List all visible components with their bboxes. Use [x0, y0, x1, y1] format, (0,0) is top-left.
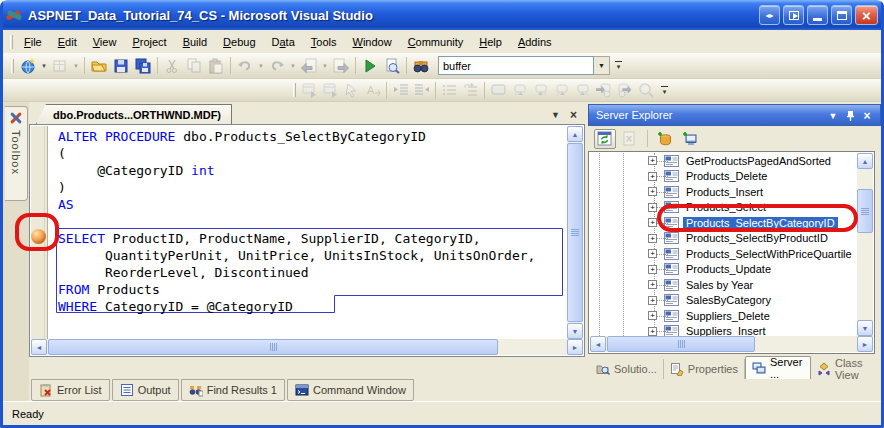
- expand-icon[interactable]: +: [648, 187, 657, 196]
- tree-item-Products_SelectByProductID[interactable]: +Products_SelectByProductID: [590, 231, 857, 247]
- open-file-button[interactable]: [88, 55, 110, 77]
- show-diagram-pane-button[interactable]: [299, 80, 320, 100]
- expand-icon[interactable]: +: [648, 218, 657, 227]
- expand-icon[interactable]: +: [648, 311, 657, 320]
- scroll-right-button[interactable]: ►: [567, 339, 583, 355]
- maximize-button[interactable]: [831, 5, 852, 25]
- close-button[interactable]: ×: [855, 5, 878, 25]
- navigate-backward-button-dropdown[interactable]: ▾: [320, 62, 330, 70]
- expand-icon[interactable]: +: [648, 280, 657, 289]
- menu-debug[interactable]: Debug: [215, 32, 263, 52]
- expand-icon[interactable]: +: [648, 172, 657, 181]
- pointer-tool-button[interactable]: [341, 80, 362, 100]
- popout-window-button[interactable]: [783, 5, 804, 25]
- expand-icon[interactable]: +: [648, 203, 657, 212]
- tab-find-results[interactable]: Find Results 1: [181, 379, 285, 401]
- send-backward-button[interactable]: [509, 80, 530, 100]
- toolbar-grip[interactable]: [293, 83, 296, 97]
- tree-item-SalesByCategory[interactable]: +SalesByCategory: [590, 293, 857, 309]
- scroll-thumb[interactable]: [567, 143, 583, 322]
- navigate-backward-button[interactable]: [298, 55, 320, 77]
- new-website-button[interactable]: [17, 55, 39, 77]
- scroll-down-button[interactable]: ▼: [857, 320, 873, 336]
- scroll-thumb[interactable]: [857, 189, 873, 233]
- refresh-button[interactable]: [594, 129, 616, 149]
- copy-button[interactable]: [183, 55, 205, 77]
- toolbar-grip[interactable]: [11, 59, 14, 73]
- scroll-thumb[interactable]: [48, 339, 498, 355]
- increase-indent-button[interactable]: [411, 80, 432, 100]
- menu-grip[interactable]: [10, 35, 13, 49]
- decrease-indent-button[interactable]: [390, 80, 411, 100]
- scroll-up-button[interactable]: ▲: [857, 153, 873, 169]
- pan-window-button[interactable]: ◂▸: [759, 5, 780, 25]
- import-shape-button[interactable]: [593, 80, 614, 100]
- tab-properties[interactable]: Properties: [664, 359, 745, 379]
- search-dropdown-button[interactable]: ▼: [594, 56, 610, 75]
- menu-help[interactable]: Help: [471, 32, 510, 52]
- document-tab[interactable]: dbo.Products...ORTHWND.MDF): [36, 104, 232, 124]
- menu-community[interactable]: Community: [400, 32, 472, 52]
- server-explorer-title-bar[interactable]: Server Explorer ▼ ×: [588, 104, 881, 126]
- tree-item-Suppliers_Delete[interactable]: +Suppliers_Delete: [590, 308, 857, 324]
- document-close-button[interactable]: ×: [566, 107, 581, 122]
- cut-button[interactable]: [161, 55, 183, 77]
- menu-file[interactable]: File: [16, 32, 50, 52]
- zoom-shape-button[interactable]: [635, 80, 656, 100]
- connect-server-button[interactable]: [679, 129, 701, 149]
- save-all-button[interactable]: [132, 55, 154, 77]
- export-shape-button[interactable]: [614, 80, 635, 100]
- bring-to-front-button[interactable]: [572, 80, 593, 100]
- undo-button[interactable]: [234, 55, 256, 77]
- stop-refresh-button[interactable]: [619, 129, 641, 149]
- menu-project[interactable]: Project: [124, 32, 174, 52]
- search-input[interactable]: [438, 56, 594, 75]
- add-new-item-button[interactable]: [49, 55, 71, 77]
- tab-solution-explorer[interactable]: Solutio...: [590, 359, 664, 379]
- tree-item-Products_Select[interactable]: +Products_Select: [590, 200, 857, 216]
- menu-build[interactable]: Build: [175, 32, 215, 52]
- tree-item-Products_Insert[interactable]: +Products_Insert: [590, 184, 857, 200]
- tree-item-Products_Update[interactable]: +Products_Update: [590, 262, 857, 278]
- menu-window[interactable]: Window: [344, 32, 399, 52]
- sql-code[interactable]: ALTER PROCEDURE dbo.Products_SelectByCat…: [58, 128, 535, 315]
- expand-icon[interactable]: +: [648, 265, 657, 274]
- menu-data[interactable]: Data: [264, 32, 303, 52]
- tree-item-Suppliers_Insert[interactable]: +Suppliers_Insert: [590, 324, 857, 337]
- navigate-forward-button[interactable]: [330, 55, 352, 77]
- tree-item-GetProductsPagedAndSorted[interactable]: +GetProductsPagedAndSorted: [590, 153, 857, 169]
- find-in-files-button[interactable]: [410, 55, 432, 77]
- tab-error-list[interactable]: Error List: [31, 379, 110, 401]
- title-bar[interactable]: ASPNET_Data_Tutorial_74_CS - Microsoft V…: [0, 0, 884, 30]
- menu-view[interactable]: View: [85, 32, 125, 52]
- toolbar-overflow-button[interactable]: ▾: [661, 86, 668, 95]
- expand-icon[interactable]: +: [648, 234, 657, 243]
- toolbar-overflow-button[interactable]: ▾: [615, 61, 622, 70]
- toolbox-tab[interactable]: Toolbox: [5, 106, 28, 201]
- scroll-right-button[interactable]: ►: [857, 336, 873, 352]
- view-code-search-button[interactable]: [381, 55, 403, 77]
- tab-server-explorer[interactable]: Server ...: [745, 356, 811, 379]
- tree-vertical-scrollbar[interactable]: ▲ ▼: [857, 153, 873, 336]
- tab-class-view[interactable]: Class View: [811, 359, 884, 379]
- tree-horizontal-scrollbar[interactable]: ◄ ►: [590, 336, 873, 352]
- expand-icon[interactable]: +: [648, 249, 657, 258]
- scroll-left-button[interactable]: ◄: [31, 339, 47, 355]
- server-explorer-tree[interactable]: +GetProductsPagedAndSorted+Products_Dele…: [588, 151, 875, 354]
- bring-forward-button[interactable]: [530, 80, 551, 100]
- rectangle-tool-button[interactable]: [488, 80, 509, 100]
- document-list-dropdown-button[interactable]: ▼: [548, 107, 563, 122]
- tree-item-Products_SelectByCategoryID[interactable]: +Products_SelectByCategoryID: [590, 215, 857, 231]
- tab-command-window[interactable]: Command Window: [287, 379, 414, 401]
- scroll-up-button[interactable]: ▲: [567, 126, 583, 142]
- undo-button-dropdown[interactable]: ▾: [256, 62, 266, 70]
- tab-output[interactable]: Output: [112, 379, 179, 401]
- expand-icon[interactable]: +: [648, 156, 657, 165]
- tree-item-Products_Delete[interactable]: +Products_Delete: [590, 169, 857, 185]
- start-debugging-button[interactable]: [359, 55, 381, 77]
- save-button[interactable]: [110, 55, 132, 77]
- scroll-down-button[interactable]: ▼: [567, 323, 583, 339]
- paste-button[interactable]: [205, 55, 227, 77]
- window-menu-icon[interactable]: ▼: [826, 109, 840, 123]
- editor-vertical-scrollbar[interactable]: ▲ ▼: [567, 126, 583, 339]
